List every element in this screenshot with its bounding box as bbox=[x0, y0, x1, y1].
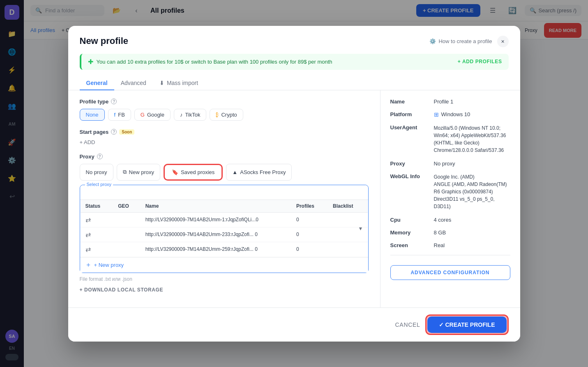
download-local-btn[interactable]: + DOWNLOAD LOCAL STORAGE bbox=[80, 287, 164, 293]
plus-icon: ✚ bbox=[88, 58, 93, 66]
asocks-label: ASocks Free Proxy bbox=[240, 169, 286, 175]
profile-type-help-icon[interactable]: ? bbox=[111, 99, 117, 104]
modal-title: New profile bbox=[80, 36, 129, 46]
col-status: Status bbox=[80, 200, 113, 213]
cell-status: ⇄ bbox=[80, 242, 113, 257]
crypto-icon: ₿ bbox=[216, 112, 219, 118]
add-new-proxy-row[interactable]: ＋ + New proxy bbox=[80, 257, 368, 273]
how-to-label: How to create a profile bbox=[438, 38, 492, 44]
table-header-row: Status GEO Name Profiles Blacklist bbox=[80, 200, 368, 213]
profile-type-row: None f FB G Google ♪ TikTok ₿ bbox=[80, 109, 369, 121]
saved-proxies-label: Saved proxies bbox=[181, 169, 214, 175]
proxy-table: Status GEO Name Profiles Blacklist ⇄ htt… bbox=[80, 200, 368, 257]
start-pages-section: Start pages ? Soon + ADD bbox=[80, 129, 369, 145]
tiktok-icon: ♪ bbox=[180, 112, 183, 118]
upgrade-banner: ✚ You can add 10 extra profiles for 10$ … bbox=[80, 54, 509, 70]
webgl-main: Google Inc. (AMD) bbox=[434, 174, 475, 180]
proxy-section: Proxy ? No proxy ⧉ New proxy 🔖 Saved pr bbox=[80, 154, 369, 293]
info-name-label: Name bbox=[390, 99, 427, 105]
info-useragent-label: UserAgent bbox=[390, 124, 427, 131]
info-cpu-label: Cpu bbox=[390, 217, 427, 223]
modal-left-panel: Profile type ? None f FB G Google ♪ bbox=[68, 90, 380, 307]
info-proxy-value: No proxy bbox=[434, 161, 510, 167]
info-screen-value: Real bbox=[434, 242, 510, 248]
cell-profiles: 0 bbox=[291, 242, 328, 257]
profile-type-section: Profile type ? bbox=[80, 99, 369, 105]
how-to-link[interactable]: ⚙️ How to create a profile bbox=[429, 38, 492, 44]
select-proxy-label: Select proxy bbox=[85, 182, 113, 187]
modal-overlay: New profile ⚙️ How to create a profile ×… bbox=[0, 0, 588, 367]
tab-advanced[interactable]: Advanced bbox=[114, 76, 153, 90]
no-proxy-btn[interactable]: No proxy bbox=[80, 164, 113, 181]
info-memory-value: 8 GB bbox=[434, 229, 510, 236]
add-proxy-plus-icon: ＋ bbox=[85, 261, 92, 269]
file-format-text: File format .txt или .json bbox=[80, 276, 369, 282]
tab-general[interactable]: General bbox=[80, 76, 114, 90]
google-icon: G bbox=[141, 112, 145, 118]
proxy-search-input[interactable] bbox=[80, 185, 368, 200]
col-profiles: Profiles bbox=[291, 200, 328, 213]
google-label: Google bbox=[147, 112, 164, 118]
profile-type-crypto-btn[interactable]: ₿ Crypto bbox=[210, 109, 243, 121]
info-screen-row: Screen Real bbox=[390, 242, 510, 248]
gear-icon: ⚙️ bbox=[429, 38, 436, 44]
cell-status: ⇄ bbox=[80, 227, 113, 242]
modal-header: New profile ⚙️ How to create a profile × bbox=[68, 26, 520, 47]
info-platform-row: Platform Windows 10 bbox=[390, 111, 510, 118]
info-name-row: Name Profile 1 bbox=[390, 99, 510, 105]
new-proxy-btn[interactable]: ⧉ New proxy bbox=[117, 164, 160, 181]
modal-close-btn[interactable]: × bbox=[497, 36, 509, 47]
cell-blacklist bbox=[328, 242, 368, 257]
saved-proxies-btn[interactable]: 🔖 Saved proxies bbox=[166, 166, 221, 179]
modal-footer: CANCEL ✓ CREATE PROFILE bbox=[68, 307, 520, 342]
col-name: Name bbox=[141, 200, 291, 213]
info-cpu-value: 4 cores bbox=[434, 217, 510, 223]
saved-proxies-highlight: 🔖 Saved proxies bbox=[164, 164, 223, 181]
modal-right-panel: Name Profile 1 Platform Windows 10 UserA… bbox=[380, 90, 520, 307]
cell-name: http://LV32900009-7M14AB2Umm-233:rJqpZof… bbox=[141, 227, 291, 242]
proxy-btn-row: No proxy ⧉ New proxy 🔖 Saved proxies bbox=[80, 164, 369, 181]
add-profiles-btn[interactable]: + ADD PROFILES bbox=[458, 59, 502, 64]
modal-body: Profile type ? None f FB G Google ♪ bbox=[68, 90, 520, 307]
download-icon: ⬇ bbox=[159, 80, 164, 86]
info-webgl-row: WebGL Info Google Inc. (AMD) ANGLE (AMD,… bbox=[390, 173, 510, 210]
copy-icon: ⧉ bbox=[123, 169, 127, 175]
create-profile-modal-btn[interactable]: ✓ CREATE PROFILE bbox=[427, 317, 507, 333]
start-pages-label: Start pages bbox=[80, 129, 109, 135]
info-proxy-row: Proxy No proxy bbox=[390, 161, 510, 167]
webgl-detail: ANGLE (AMD, AMD Radeon(TM) R6 Graphics (… bbox=[434, 181, 507, 209]
cell-blacklist bbox=[328, 227, 368, 242]
start-pages-help-icon[interactable]: ? bbox=[111, 129, 117, 135]
info-proxy-label: Proxy bbox=[390, 161, 427, 167]
advanced-config-btn[interactable]: ADVANCED CONFIGURATION bbox=[390, 265, 510, 280]
table-row[interactable]: ⇄ http://LV32900009-7M14AB2Umm-233:rJqpZ… bbox=[80, 227, 368, 242]
proxy-dropdown[interactable]: Select proxy ▼ Status GEO Name Profiles bbox=[80, 185, 369, 273]
info-platform-label: Platform bbox=[390, 111, 427, 117]
table-row[interactable]: ⇄ http://LV32900009-7M14AB2Umm-259:rJqpZ… bbox=[80, 242, 368, 257]
proxy-label-row: Proxy ? bbox=[80, 154, 369, 160]
cell-profiles: 0 bbox=[291, 227, 328, 242]
fb-icon: f bbox=[114, 112, 116, 118]
cancel-btn[interactable]: CANCEL bbox=[395, 321, 420, 328]
info-screen-label: Screen bbox=[390, 242, 427, 248]
modal-tabs: General Advanced ⬇ Mass import bbox=[68, 70, 520, 90]
profile-type-tiktok-btn[interactable]: ♪ TikTok bbox=[174, 109, 207, 121]
col-geo: GEO bbox=[113, 200, 140, 213]
profile-type-fb-btn[interactable]: f FB bbox=[108, 109, 131, 121]
bookmark-icon: 🔖 bbox=[172, 169, 178, 175]
tab-mass-import[interactable]: ⬇ Mass import bbox=[153, 76, 205, 90]
profile-type-google-btn[interactable]: G Google bbox=[134, 109, 171, 121]
proxy-help-icon[interactable]: ? bbox=[97, 154, 103, 159]
cell-geo bbox=[113, 212, 140, 227]
tiktok-label: TikTok bbox=[185, 112, 200, 118]
table-row[interactable]: ⇄ http://LV32900009-7M14AB2Umm-1:rJqpZof… bbox=[80, 212, 368, 227]
cell-blacklist bbox=[328, 212, 368, 227]
fb-label: FB bbox=[118, 112, 125, 118]
asocks-btn[interactable]: ▲ ASocks Free Proxy bbox=[226, 164, 292, 181]
profile-type-label: Profile type bbox=[80, 99, 109, 105]
info-webgl-label: WebGL Info bbox=[390, 173, 427, 179]
profile-type-none-btn[interactable]: None bbox=[80, 109, 105, 121]
add-start-page-btn[interactable]: + ADD bbox=[80, 139, 95, 145]
start-pages-label-row: Start pages ? Soon bbox=[80, 129, 369, 135]
asocks-icon: ▲ bbox=[232, 169, 238, 175]
